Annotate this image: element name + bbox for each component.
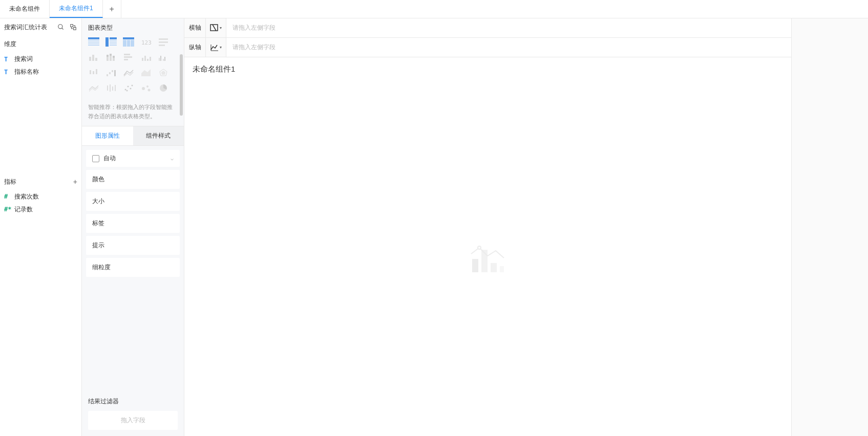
chart-type-text[interactable] xyxy=(157,36,170,48)
svg-rect-31 xyxy=(124,56,132,58)
smart-recommend-text: 智能推荐：根据拖入的字段智能推荐合适的图表或表格类型。 xyxy=(82,101,184,126)
svg-rect-10 xyxy=(110,40,117,41)
svg-rect-51 xyxy=(107,85,108,91)
chart-type-group-table[interactable] xyxy=(87,36,100,48)
svg-point-60 xyxy=(142,87,145,90)
svg-rect-21 xyxy=(89,57,91,61)
chart-type-header: 图表类型 xyxy=(82,18,184,36)
chart-type-cross-table[interactable] xyxy=(104,36,118,48)
prop-auto-select[interactable]: 自动 ⌵ xyxy=(86,150,180,167)
svg-rect-70 xyxy=(491,263,497,272)
svg-rect-53 xyxy=(112,86,113,91)
tab-graphic-props[interactable]: 图形属性 xyxy=(82,126,133,145)
switch-datasource-icon[interactable] xyxy=(69,23,77,31)
number-field-icon: #* xyxy=(4,206,11,213)
empty-chart-placeholder-icon xyxy=(470,244,506,274)
x-axis-type-selector[interactable]: ▾ xyxy=(206,18,226,37)
svg-rect-42 xyxy=(93,71,94,74)
svg-rect-39 xyxy=(163,59,164,61)
svg-rect-47 xyxy=(114,70,116,76)
chart-type-column-small[interactable] xyxy=(139,52,153,63)
svg-rect-28 xyxy=(113,58,115,61)
datasource-title: 搜索词汇统计表 xyxy=(4,23,47,32)
chart-type-column-compare[interactable] xyxy=(157,52,170,63)
x-axis-dropzone[interactable]: 请拖入左侧字段 xyxy=(226,24,276,32)
svg-rect-71 xyxy=(500,266,504,272)
dimension-section-header: 维度 xyxy=(0,36,81,52)
svg-rect-14 xyxy=(123,40,126,47)
field-label: 指标名称 xyxy=(14,68,39,76)
svg-rect-44 xyxy=(107,74,108,76)
chart-type-range-column[interactable] xyxy=(87,67,100,78)
prop-tooltip[interactable]: 提示 xyxy=(86,236,180,255)
field-label: 记录数 xyxy=(14,205,33,214)
x-axis-label: 横轴 xyxy=(184,18,206,37)
chart-type-stacked-column[interactable] xyxy=(104,52,118,63)
svg-rect-22 xyxy=(92,55,94,61)
measure-field[interactable]: # 搜索次数 xyxy=(0,190,81,203)
svg-point-55 xyxy=(125,89,126,91)
svg-rect-3 xyxy=(74,28,76,30)
config-panel: 图表类型 123 xyxy=(82,18,184,436)
chart-type-scatter[interactable] xyxy=(122,82,135,94)
chart-type-detail-table[interactable] xyxy=(122,36,135,48)
chart-type-scrollbar[interactable] xyxy=(180,54,183,116)
dimension-field[interactable]: T 搜索词 xyxy=(0,53,81,66)
filter-header: 结果过滤器 xyxy=(88,397,178,406)
tab-label: 未命名组件 xyxy=(9,5,40,13)
svg-rect-26 xyxy=(110,56,112,61)
chart-type-multi-line[interactable] xyxy=(87,82,100,94)
prop-label[interactable]: 标签 xyxy=(86,214,180,233)
svg-rect-33 xyxy=(142,58,143,61)
svg-rect-29 xyxy=(113,56,115,58)
svg-rect-32 xyxy=(124,59,128,60)
svg-rect-8 xyxy=(105,37,109,47)
add-measure-button[interactable]: + xyxy=(73,178,77,186)
y-axis-type-selector[interactable]: ▾ xyxy=(206,38,226,57)
filter-dropzone[interactable]: 拖入字段 xyxy=(88,411,178,430)
svg-rect-45 xyxy=(109,72,111,74)
tab-component-style[interactable]: 组件样式 xyxy=(133,126,184,145)
svg-point-72 xyxy=(478,246,481,249)
chart-type-range-area[interactable] xyxy=(104,82,118,94)
svg-rect-35 xyxy=(147,59,149,61)
svg-line-65 xyxy=(213,25,216,31)
prop-color[interactable]: 颜色 xyxy=(86,170,180,189)
tab-component-0[interactable]: 未命名组件 xyxy=(0,0,50,18)
tab-component-1[interactable]: 未命名组件1 xyxy=(50,0,103,18)
svg-rect-34 xyxy=(144,56,146,61)
chart-type-line[interactable] xyxy=(122,67,135,78)
tab-label: 未命名组件1 xyxy=(59,4,93,13)
search-icon[interactable] xyxy=(57,23,65,31)
canvas-title[interactable]: 未命名组件1 xyxy=(184,57,791,81)
canvas-panel: 横轴 ▾ 请拖入左侧字段 纵轴 ▾ 请拖入左侧字段 未命名组件1 xyxy=(184,18,791,436)
svg-rect-27 xyxy=(110,54,112,56)
chart-type-bar[interactable] xyxy=(122,52,135,63)
prop-size[interactable]: 大小 xyxy=(86,192,180,211)
svg-rect-18 xyxy=(159,38,168,40)
x-axis-row: 横轴 ▾ 请拖入左侧字段 xyxy=(184,18,791,38)
text-field-icon: T xyxy=(4,56,11,63)
y-axis-dropzone[interactable]: 请拖入左侧字段 xyxy=(226,43,276,52)
svg-marker-50 xyxy=(161,71,165,75)
chart-type-bubble[interactable] xyxy=(139,82,153,94)
svg-rect-6 xyxy=(88,42,99,43)
chart-type-area[interactable] xyxy=(139,67,153,78)
chevron-down-icon: ⌵ xyxy=(171,156,174,161)
measure-field[interactable]: #* 记录数 xyxy=(0,203,81,216)
svg-rect-12 xyxy=(110,45,117,46)
chart-type-column[interactable] xyxy=(87,52,100,63)
chart-type-waterfall[interactable] xyxy=(104,67,118,78)
svg-rect-36 xyxy=(150,57,151,61)
chart-type-grid: 123 xyxy=(82,36,184,101)
add-tab-button[interactable]: + xyxy=(103,0,121,18)
measure-section-header: 指标 + xyxy=(0,173,81,189)
prop-granularity[interactable]: 细粒度 xyxy=(86,258,180,277)
top-tab-bar: 未命名组件 未命名组件1 + xyxy=(0,0,868,18)
chart-type-pie[interactable] xyxy=(157,82,170,94)
svg-point-61 xyxy=(146,85,149,88)
dimension-field[interactable]: T 指标名称 xyxy=(0,66,81,78)
chart-type-kpi[interactable]: 123 xyxy=(139,36,153,48)
chart-type-radar[interactable] xyxy=(157,67,170,78)
svg-point-58 xyxy=(132,85,133,86)
